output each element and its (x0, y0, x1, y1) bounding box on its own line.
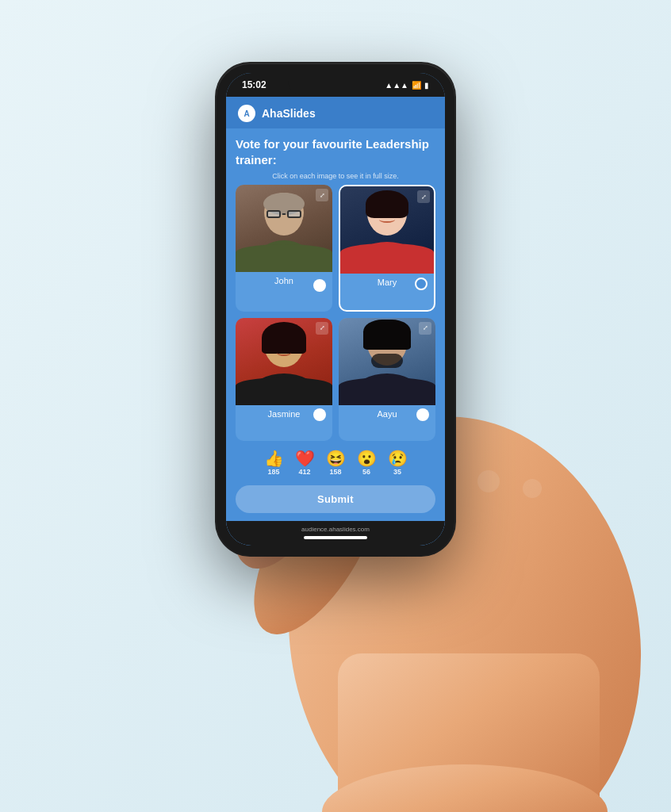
app-body: Vote for your favourite Leadership train… (226, 128, 445, 521)
select-radio-mary[interactable] (415, 278, 428, 290)
app-footer: audience.ahaslides.com (226, 521, 445, 546)
reaction-heart[interactable]: ❤️ 412 (295, 450, 315, 476)
candidate-card-mary[interactable]: ⤢ Mary (339, 185, 435, 312)
reaction-wow[interactable]: 😮 56 (357, 450, 377, 476)
thumbs-up-emoji: 👍 (264, 450, 284, 466)
status-icons: ▲▲▲ 📶 ▮ (385, 81, 429, 90)
scene: 15:02 ▲▲▲ 📶 ▮ A AhaSlides (0, 0, 671, 812)
phone-wrapper: 15:02 ▲▲▲ 📶 ▮ A AhaSlides (217, 63, 454, 555)
sad-emoji: 😢 (388, 450, 408, 466)
app-content: A AhaSlides Vote for your favourite Lead… (226, 97, 445, 546)
app-header: A AhaSlides (226, 97, 445, 128)
footer-url: audience.ahaslides.com (231, 526, 440, 533)
thumbs-up-count: 185 (267, 468, 279, 476)
candidate-card-aayu[interactable]: ⤢ Aayu (339, 318, 435, 442)
wow-emoji: 😮 (357, 450, 377, 466)
question-hint: Click on each image to see it in full si… (236, 172, 435, 180)
brand-name: AhaSlides (262, 107, 316, 120)
candidate-card-jasmine[interactable]: ⤢ Jasmine (236, 318, 332, 442)
svg-point-12 (523, 479, 542, 498)
expand-icon-mary[interactable]: ⤢ (417, 190, 430, 203)
phone-screen: 15:02 ▲▲▲ 📶 ▮ A AhaSlides (226, 73, 445, 546)
wow-count: 56 (362, 468, 370, 476)
phone-device: 15:02 ▲▲▲ 📶 ▮ A AhaSlides (217, 63, 454, 555)
sad-count: 35 (393, 468, 401, 476)
select-radio-jasmine[interactable] (313, 408, 326, 421)
heart-count: 412 (298, 468, 310, 476)
notch (288, 73, 383, 95)
candidates-grid: ⤢ John (236, 185, 435, 441)
wifi-icon: 📶 (412, 81, 421, 90)
expand-icon-aayu[interactable]: ⤢ (419, 322, 431, 335)
expand-icon-john[interactable]: ⤢ (316, 189, 328, 201)
signal-icon: ▲▲▲ (385, 81, 408, 90)
laugh-count: 158 (329, 468, 341, 476)
status-bar: 15:02 ▲▲▲ 📶 ▮ (226, 73, 445, 97)
candidate-card-john[interactable]: ⤢ John (236, 185, 332, 312)
battery-icon: ▮ (424, 81, 429, 90)
svg-point-11 (477, 470, 500, 492)
select-radio-john[interactable] (313, 279, 326, 292)
laugh-emoji: 😆 (326, 450, 346, 466)
status-time: 15:02 (242, 79, 266, 90)
ahaslides-logo-icon: A (238, 105, 255, 122)
reaction-sad[interactable]: 😢 35 (388, 450, 408, 476)
reactions-bar: 👍 185 ❤️ 412 😆 158 (236, 446, 435, 477)
heart-emoji: ❤️ (295, 450, 315, 466)
home-indicator[interactable] (304, 536, 367, 539)
logo-letter: A (243, 109, 249, 118)
select-radio-aayu[interactable] (416, 408, 429, 421)
reaction-thumbs-up[interactable]: 👍 185 (264, 450, 284, 476)
question-title: Vote for your favourite Leadership train… (236, 136, 435, 167)
submit-button[interactable]: Submit (236, 485, 435, 513)
expand-icon-jasmine[interactable]: ⤢ (316, 322, 328, 335)
reaction-laugh[interactable]: 😆 158 (326, 450, 346, 476)
